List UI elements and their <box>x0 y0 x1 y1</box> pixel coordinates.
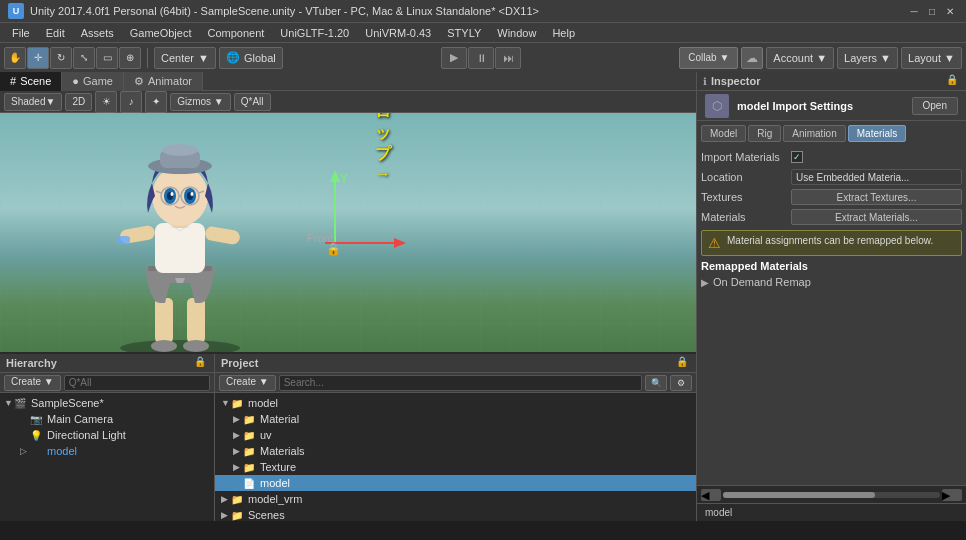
hierarchy-scene-root[interactable]: ▼ 🎬 SampleScene* <box>0 395 214 411</box>
hand-tool-button[interactable]: ✋ <box>4 47 26 69</box>
transform-tool-button[interactable]: ⊕ <box>119 47 141 69</box>
menu-edit[interactable]: Edit <box>38 26 73 40</box>
pause-button[interactable]: ⏸ <box>468 47 494 69</box>
project-model-vrm-folder[interactable]: ▶ 📁 model_vrm <box>215 491 696 507</box>
account-dropdown[interactable]: Account ▼ <box>766 47 834 69</box>
scene-view[interactable]: Y ドラッグ＆ドロップ→ <box>0 113 696 352</box>
animator-tab-icon: ⚙ <box>134 75 144 88</box>
project-uv-folder[interactable]: ▶ 📁 uv <box>215 427 696 443</box>
scene-search[interactable]: Q*All <box>234 93 271 111</box>
inspector-tab-animation[interactable]: Animation <box>783 125 845 142</box>
cloud-icon: ☁ <box>746 51 758 65</box>
gizmos-dropdown[interactable]: Gizmos ▼ <box>170 93 231 111</box>
transform-tools-group: ✋ ✛ ↻ ⤡ ▭ ⊕ <box>4 47 141 69</box>
hierarchy-dir-light[interactable]: 💡 Directional Light <box>0 427 214 443</box>
svg-marker-28 <box>330 170 340 182</box>
playback-controls: ▶ ⏸ ⏭ <box>441 47 521 69</box>
layout-dropdown[interactable]: Layout ▼ <box>901 47 962 69</box>
inspector-tab-model[interactable]: Model <box>701 125 746 142</box>
account-label: Account ▼ <box>773 52 827 64</box>
menu-window[interactable]: Window <box>489 26 544 40</box>
rotate-tool-button[interactable]: ↻ <box>50 47 72 69</box>
folder-icon-texture: 📁 <box>243 462 257 473</box>
menu-gameobject[interactable]: GameObject <box>122 26 200 40</box>
project-lock-icon[interactable]: 🔒 <box>676 356 690 370</box>
separator-1 <box>147 48 148 68</box>
cloud-button[interactable]: ☁ <box>741 47 763 69</box>
open-button[interactable]: Open <box>912 97 958 115</box>
collab-button[interactable]: Collab ▼ <box>679 47 738 69</box>
hierarchy-create-button[interactable]: Create ▼ <box>4 375 61 391</box>
2d-button[interactable]: 2D <box>65 93 92 111</box>
dir-light-label: Directional Light <box>47 429 126 441</box>
inspector-tab-materials[interactable]: Materials <box>848 125 907 142</box>
project-panel: Project 🔒 Create ▼ 🔍 ⚙ ▼ 📁 m <box>215 354 696 521</box>
hierarchy-main-camera[interactable]: 📷 Main Camera <box>0 411 214 427</box>
shaded-dropdown[interactable]: Shaded▼ <box>4 93 62 111</box>
project-scenes-folder[interactable]: ▶ 📁 Scenes <box>215 507 696 521</box>
inspector-status-bar: model <box>697 503 966 521</box>
scene-tab-label: Scene <box>20 75 51 87</box>
scene-audio-button[interactable]: ♪ <box>120 91 142 113</box>
window-controls[interactable]: ─ □ ✕ <box>906 3 958 19</box>
move-tool-button[interactable]: ✛ <box>27 47 49 69</box>
inspector-scroll-left[interactable]: ◀ <box>701 489 721 501</box>
menu-help[interactable]: Help <box>544 26 583 40</box>
layers-dropdown[interactable]: Layers ▼ <box>837 47 898 69</box>
tab-scene[interactable]: # Scene <box>0 72 62 91</box>
inspector-scroll-right[interactable]: ▶ <box>942 489 962 501</box>
project-texture-folder[interactable]: ▶ 📁 Texture <box>215 459 696 475</box>
hierarchy-search-input[interactable] <box>64 375 210 391</box>
menu-unigltf[interactable]: UniGLTF-1.20 <box>272 26 357 40</box>
scene-fx-button[interactable]: ✦ <box>145 91 167 113</box>
animator-tab-label: Animator <box>148 75 192 87</box>
global-dropdown[interactable]: 🌐 Global <box>219 47 283 69</box>
inspector-tab-rig[interactable]: Rig <box>748 125 781 142</box>
hierarchy-model[interactable]: ▷ model <box>0 443 214 459</box>
rect-tool-button[interactable]: ▭ <box>96 47 118 69</box>
tab-animator[interactable]: ⚙ Animator <box>124 72 203 91</box>
app-icon: U <box>8 3 24 19</box>
project-uv-label: uv <box>260 429 272 441</box>
close-button[interactable]: ✕ <box>942 3 958 19</box>
project-model-file[interactable]: 📄 model <box>215 475 696 491</box>
minimize-button[interactable]: ─ <box>906 3 922 19</box>
bottom-row: Hierarchy 🔒 Create ▼ ▼ 🎬 SampleScene* <box>0 354 696 521</box>
menu-styly[interactable]: STYLY <box>439 26 489 40</box>
scene-light-button[interactable]: ☀ <box>95 91 117 113</box>
camera-icon: 📷 <box>30 414 44 425</box>
inspector-lock-icon[interactable]: 🔒 <box>946 74 960 88</box>
game-tab-label: Game <box>83 75 113 87</box>
location-field[interactable]: Use Embedded Materia... <box>791 169 962 185</box>
menu-component[interactable]: Component <box>199 26 272 40</box>
project-material-folder[interactable]: ▶ 📁 Material <box>215 411 696 427</box>
maximize-button[interactable]: □ <box>924 3 940 19</box>
step-button[interactable]: ⏭ <box>495 47 521 69</box>
main-camera-label: Main Camera <box>47 413 113 425</box>
play-button[interactable]: ▶ <box>441 47 467 69</box>
extract-textures-button[interactable]: Extract Textures... <box>791 189 962 205</box>
file-icon-model: 📄 <box>243 478 257 489</box>
tab-game[interactable]: ● Game <box>62 72 124 91</box>
project-search-button[interactable]: 🔍 <box>645 375 667 391</box>
center-dropdown[interactable]: Center ▼ <box>154 47 216 69</box>
hierarchy-lock-icon[interactable]: 🔒 <box>194 356 208 370</box>
menu-univrm[interactable]: UniVRM-0.43 <box>357 26 439 40</box>
project-materials-folder[interactable]: ▶ 📁 Materials <box>215 443 696 459</box>
inspector-status-text: model <box>705 507 732 518</box>
menu-assets[interactable]: Assets <box>73 26 122 40</box>
scene-lock-icon[interactable]: 🔒 <box>326 242 341 256</box>
project-create-button[interactable]: Create ▼ <box>219 375 276 391</box>
inspector-scroll-bar[interactable]: ◀ ▶ <box>697 485 966 503</box>
import-materials-checkbox[interactable]: ✓ <box>791 151 803 163</box>
scale-tool-button[interactable]: ⤡ <box>73 47 95 69</box>
inspector-title-label: Inspector <box>711 75 761 87</box>
menu-file[interactable]: File <box>4 26 38 40</box>
project-model-vrm-label: model_vrm <box>248 493 302 505</box>
folder-icon-uv: 📁 <box>243 430 257 441</box>
project-model-folder[interactable]: ▼ 📁 model <box>215 395 696 411</box>
project-options-button[interactable]: ⚙ <box>670 375 692 391</box>
project-search-input[interactable] <box>279 375 642 391</box>
extract-materials-button[interactable]: Extract Materials... <box>791 209 962 225</box>
project-texture-label: Texture <box>260 461 296 473</box>
